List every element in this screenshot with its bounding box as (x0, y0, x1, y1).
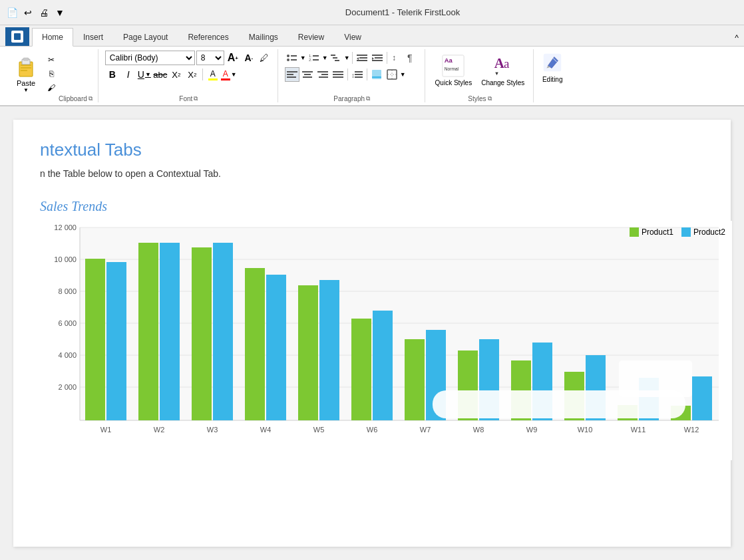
underline-arrow[interactable]: ▼ (145, 71, 151, 78)
font-color-button[interactable]: A ▼ (222, 67, 236, 82)
legend-product1: Product1 (630, 227, 673, 237)
bar-chart-svg: 12 000 10 000 8 000 6 000 4 000 2 000 W1 (40, 221, 732, 454)
grow-font-button[interactable]: A+ (226, 51, 240, 65)
font-group-label: Font (179, 95, 192, 102)
para-sep3 (347, 69, 348, 80)
styles-group: Aa Normal Quick Styles A a ▼ Change Styl… (427, 49, 534, 102)
subscript-button[interactable]: X2 (169, 67, 184, 82)
clipboard-group: Paste ▼ ✂ ⎘ 🖌 Clipboard ⧉ (4, 49, 98, 102)
text-highlight-button[interactable]: A (206, 67, 220, 82)
clear-formatting-button[interactable]: 🖊 (258, 51, 272, 65)
paste-dropdown-arrow: ▼ (23, 87, 29, 93)
tab-review[interactable]: Review (288, 27, 334, 46)
svg-rect-18 (357, 55, 367, 56)
quick-styles-svg: Aa Normal (441, 53, 465, 78)
tab-home[interactable]: Home (32, 28, 73, 47)
svg-rect-40 (355, 71, 363, 72)
copy-button[interactable]: ⎘ (44, 67, 59, 80)
paragraph-group-content: ▼ 1. 2. ▼ (285, 51, 419, 82)
borders-dropdown[interactable]: ▼ (400, 71, 406, 78)
svg-text:W8: W8 (473, 426, 484, 434)
undo-icon[interactable]: ↩ (21, 6, 35, 19)
change-styles-button[interactable]: A a ▼ Change Styles (478, 51, 528, 90)
font-expand-icon[interactable]: ⧉ (194, 95, 198, 102)
clipboard-mini-buttons: ✂ ⎘ 🖌 (44, 51, 59, 94)
increase-indent-button[interactable] (370, 51, 385, 65)
print-icon[interactable]: 🖨 (37, 6, 51, 19)
svg-text:W11: W11 (631, 426, 646, 434)
document-page[interactable]: ntextual Tabs n the Table below to open … (13, 120, 731, 547)
svg-rect-5 (21, 70, 27, 71)
ribbon-collapse-btn[interactable]: ^ (729, 30, 744, 46)
align-right-button[interactable] (315, 67, 330, 82)
svg-rect-3 (21, 65, 31, 66)
quick-access-dropdown-icon[interactable]: ▼ (53, 6, 67, 19)
svg-rect-33 (303, 76, 312, 78)
show-hide-button[interactable]: ¶ (405, 51, 419, 65)
decrease-indent-button[interactable] (355, 51, 369, 65)
chart-container: Sales Trends Product1 Product2 (40, 192, 704, 467)
svg-text:W3: W3 (207, 426, 218, 434)
svg-point-7 (287, 55, 289, 57)
clipboard-expand-icon[interactable]: ⧉ (89, 95, 93, 102)
tab-references[interactable]: References (178, 27, 238, 46)
svg-rect-76 (160, 243, 180, 420)
align-right-icon (317, 69, 329, 80)
svg-rect-19 (359, 57, 367, 59)
chart-area: Product1 Product2 (40, 221, 732, 460)
justify-button[interactable] (331, 67, 345, 82)
font-size-select[interactable]: 8 (196, 51, 224, 65)
svg-rect-10 (291, 59, 297, 61)
numbering-dropdown[interactable]: ▼ (322, 55, 328, 61)
borders-button[interactable] (385, 67, 399, 82)
shading-button[interactable] (369, 67, 384, 82)
new-doc-icon[interactable]: 📄 (5, 6, 19, 19)
svg-rect-72 (85, 259, 105, 420)
tab-page-layout[interactable]: Page Layout (113, 27, 178, 46)
svg-text:W10: W10 (578, 426, 593, 434)
svg-rect-73 (106, 262, 126, 420)
align-center-button[interactable] (300, 67, 315, 82)
numbering-button[interactable]: 1. 2. (307, 51, 321, 65)
svg-text:10 000: 10 000 (54, 255, 77, 263)
svg-text:W7: W7 (420, 426, 431, 434)
tab-insert[interactable]: Insert (73, 27, 113, 46)
highlight-icon: A (208, 69, 218, 80)
line-spacing-button[interactable]: ↕ (350, 67, 365, 82)
multilevel-dropdown[interactable]: ▼ (344, 55, 350, 61)
align-left-button[interactable] (285, 67, 299, 82)
ribbon-tabs: Home Insert Page Layout References Maili… (0, 25, 744, 47)
quick-styles-button[interactable]: Aa Normal Quick Styles (432, 51, 476, 90)
format-painter-button[interactable]: 🖌 (44, 81, 59, 94)
underline-button[interactable]: U ▼ (137, 67, 152, 82)
bullets-dropdown[interactable]: ▼ (300, 55, 306, 61)
paste-svg-icon (14, 54, 38, 78)
svg-text:12 000: 12 000 (54, 223, 77, 231)
paste-button[interactable]: Paste ▼ (9, 51, 43, 96)
paste-icon (14, 54, 38, 78)
styles-expand-icon[interactable]: ⧉ (488, 95, 492, 102)
font-color-arrow[interactable]: ▼ (231, 71, 237, 78)
strikethrough-button[interactable]: abc (153, 67, 168, 82)
sort-button[interactable]: ↕ (389, 51, 404, 65)
svg-rect-20 (357, 60, 367, 61)
bold-button[interactable]: B (105, 67, 120, 82)
title-bar-icons: 📄 ↩ 🖨 ▼ (5, 6, 67, 19)
office-button[interactable] (5, 27, 29, 46)
superscript-button[interactable]: X2 (185, 67, 200, 82)
svg-rect-75 (138, 243, 158, 420)
svg-text:W2: W2 (154, 426, 165, 434)
bullets-button[interactable] (285, 51, 299, 65)
tab-mailings[interactable]: Mailings (239, 27, 288, 46)
tab-view[interactable]: View (334, 27, 371, 46)
svg-text:2.: 2. (309, 58, 312, 62)
font-family-select[interactable]: Calibri (Body) (105, 51, 195, 65)
shrink-font-button[interactable]: A- (242, 51, 256, 65)
paragraph-expand-icon[interactable]: ⧉ (366, 95, 370, 102)
multilevel-list-button[interactable] (329, 51, 343, 65)
svg-rect-41 (355, 74, 363, 75)
document-area: ntextual Tabs n the Table below to open … (0, 106, 744, 560)
cut-button[interactable]: ✂ (44, 53, 59, 67)
italic-button[interactable]: I (121, 67, 136, 82)
window-title: Document1 - Telerik FirstLook (67, 7, 739, 17)
